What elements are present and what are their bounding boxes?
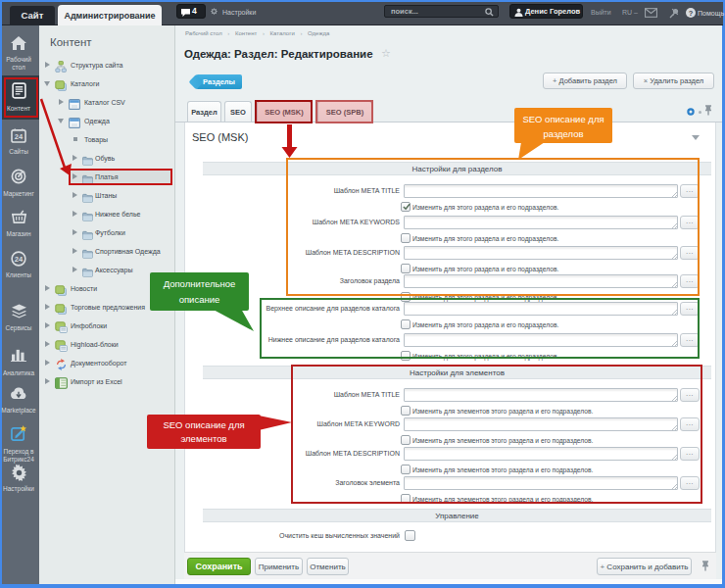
svg-text:?: ? [689,9,694,18]
svg-text:24: 24 [15,132,24,141]
svg-text:24: 24 [15,255,24,264]
